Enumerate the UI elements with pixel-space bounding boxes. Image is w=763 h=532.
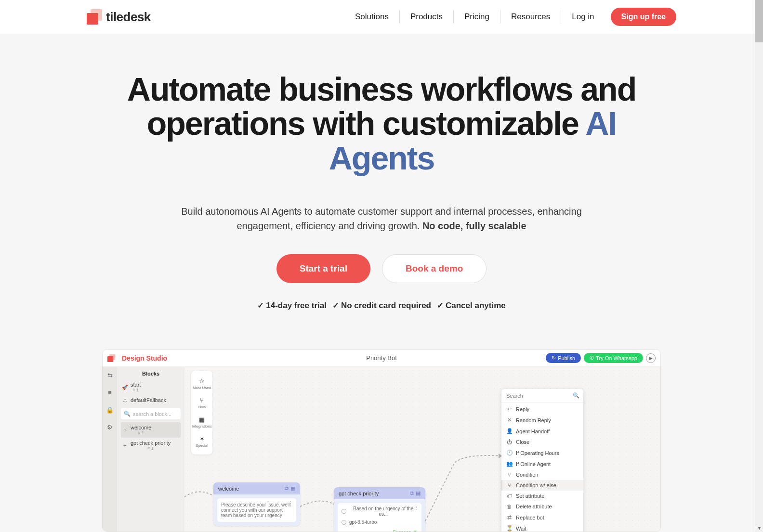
action-operating-hours[interactable]: 🕐If Operating Hours: [501, 447, 583, 458]
hero-headline-text: Automate business workflows and operatio…: [127, 71, 636, 142]
check-icon: ✓: [257, 300, 264, 311]
block-gpt-count: # 1: [131, 446, 171, 451]
swap-icon: ⇄: [506, 514, 512, 520]
tool-int-label: Integrations: [192, 424, 212, 428]
hero-sub-strong: No code, fully scalable: [422, 221, 526, 231]
action-condition-else[interactable]: ⑂Condition w/ else: [501, 480, 583, 491]
doc-icon[interactable]: ▦: [416, 490, 421, 496]
tool-integrations[interactable]: ▦Integrations: [192, 413, 212, 431]
reply-icon: ↩: [506, 406, 512, 412]
action-delete-attribute[interactable]: 🗑Delete attribute: [501, 501, 583, 512]
copy-icon[interactable]: ⧉: [285, 485, 289, 492]
agent-icon: 👤: [506, 428, 512, 434]
search-block-input[interactable]: 🔍search a block...: [121, 408, 181, 419]
scroll-thumb[interactable]: [755, 0, 763, 42]
share-icon[interactable]: ⇆: [106, 372, 113, 378]
cta-row: Start a trial Book a demo: [0, 254, 763, 283]
mini-sidebar: ⇆ ≡ 🔒 ⚙: [103, 367, 117, 532]
publish-label: Publish: [558, 355, 575, 361]
sliders-icon[interactable]: ≡: [106, 389, 113, 396]
feature-trial: ✓14-day free trial: [257, 300, 327, 311]
scroll-down-arrow[interactable]: ▼: [755, 524, 763, 532]
action-close-label: Close: [516, 439, 529, 445]
actions-panel: 🔍 ↩Reply ✕Random Reply 👤Agent Handoff ⏻C…: [501, 389, 583, 532]
feature-nocc-label: No credit card required: [341, 301, 431, 311]
block-welcome[interactable]: ○ welcome# 1: [121, 422, 181, 438]
action-wait[interactable]: ⏳Wait: [501, 523, 583, 532]
tool-flow[interactable]: ⑂Flow: [198, 394, 206, 412]
more-icon[interactable]: ⋮: [288, 500, 293, 507]
person-add-icon: 👥: [506, 461, 512, 467]
hero-features: ✓14-day free trial ✓No credit card requi…: [0, 300, 763, 311]
blocks-panel: Blocks 🚀 start# 1 ⚠ defaultFallback 🔍sea…: [117, 367, 184, 532]
search-block-placeholder: search a block...: [133, 411, 171, 417]
nav-products[interactable]: Products: [400, 10, 454, 24]
action-delattr-label: Delete attribute: [516, 504, 552, 509]
action-set-attribute[interactable]: 🏷Set attribute: [501, 491, 583, 501]
tool-column: ☆Most Used ⑂Flow ▦Integrations ✶Special: [191, 371, 212, 454]
nav-pricing[interactable]: Pricing: [454, 10, 500, 24]
action-online-agent[interactable]: 👥If Online Agent: [501, 458, 583, 469]
star-icon: ☆: [199, 377, 205, 385]
actions-search[interactable]: 🔍: [501, 389, 583, 402]
node-gpt[interactable]: gpt check priority ⧉▦ ⋮ Based on the urg…: [334, 487, 425, 532]
node-welcome[interactable]: welcome ⧉▦ ⋮ Please describe your issue,…: [213, 482, 300, 526]
tool-flow-label: Flow: [198, 405, 206, 409]
gpt-prompt-text: Based on the urgency of the us...: [349, 506, 418, 517]
gear-icon[interactable]: ⚙: [106, 424, 113, 430]
signup-button[interactable]: Sign up free: [611, 8, 676, 26]
start-trial-button[interactable]: Start a trial: [276, 254, 370, 283]
block-gpt[interactable]: ✦ gpt check priority# 1: [121, 438, 181, 453]
action-online-label: If Online Agent: [516, 461, 551, 467]
block-fallback[interactable]: ⚠ defaultFallback: [121, 395, 181, 405]
feature-trial-label: 14-day free trial: [266, 301, 327, 311]
block-gpt-label: gpt check priority: [131, 440, 171, 446]
block-start[interactable]: 🚀 start# 1: [121, 379, 181, 395]
fork-icon: ⑂: [506, 482, 512, 488]
copy-icon[interactable]: ⧉: [410, 490, 414, 496]
action-condition[interactable]: ⑂Condition: [501, 469, 583, 480]
nav-resources[interactable]: Resources: [500, 10, 561, 24]
tool-most-label: Most Used: [193, 386, 211, 390]
block-start-label: start: [131, 382, 141, 388]
action-replace-bot[interactable]: ⇄Replace bot: [501, 512, 583, 523]
brand-logo[interactable]: tiledesk: [87, 9, 151, 25]
action-wait-label: Wait: [516, 526, 526, 532]
play-button[interactable]: ▶: [646, 353, 656, 363]
shuffle-icon: ✕: [506, 417, 512, 423]
node-gpt-title: gpt check priority: [339, 491, 379, 496]
studio-logo-icon: [107, 354, 115, 362]
action-random-label: Random Reply: [516, 417, 551, 423]
actions-search-input[interactable]: [506, 393, 573, 399]
tool-most-used[interactable]: ☆Most Used: [193, 375, 211, 393]
grid-icon: ▦: [199, 416, 205, 423]
check-icon: ✓: [332, 300, 339, 311]
doc-icon[interactable]: ▦: [290, 485, 295, 492]
book-demo-button[interactable]: Book a demo: [382, 254, 487, 283]
studio-title: Design Studio: [122, 354, 167, 362]
action-agent-handoff[interactable]: 👤Agent Handoff: [501, 426, 583, 437]
try-whatsapp-button[interactable]: ✆Try On Whatsapp: [584, 353, 643, 363]
action-reply-label: Reply: [516, 406, 529, 412]
lock-icon[interactable]: 🔒: [106, 406, 113, 413]
more-icon[interactable]: ⋮: [414, 505, 419, 510]
nav-solutions[interactable]: Solutions: [344, 10, 400, 24]
block-fallback-label: defaultFallback: [131, 397, 166, 403]
page-scrollbar[interactable]: ▲ ▼: [755, 0, 763, 532]
block-welcome-count: # 1: [131, 430, 151, 435]
action-condelse-label: Condition w/ else: [516, 482, 556, 488]
flow-canvas[interactable]: ☆Most Used ⑂Flow ▦Integrations ✶Special: [184, 367, 660, 532]
publish-button[interactable]: ↻Publish: [546, 353, 581, 363]
action-random-reply[interactable]: ✕Random Reply: [501, 415, 583, 426]
feature-cancel: ✓Cancel anytime: [437, 300, 506, 311]
nav-login[interactable]: Log in: [561, 10, 605, 24]
power-icon: ⏻: [506, 439, 512, 445]
openai-icon: [342, 509, 346, 514]
logo-icon: [87, 9, 102, 25]
action-close[interactable]: ⏻Close: [501, 437, 583, 447]
action-reply[interactable]: ↩Reply: [501, 403, 583, 415]
main-nav: Solutions Products Pricing Resources Log…: [344, 8, 676, 26]
studio-toolbar: Design Studio Priority Bot ↻Publish ✆Try…: [103, 350, 660, 367]
tool-special[interactable]: ✶Special: [196, 432, 208, 451]
hero-headline: Automate business workflows and operatio…: [117, 72, 646, 175]
